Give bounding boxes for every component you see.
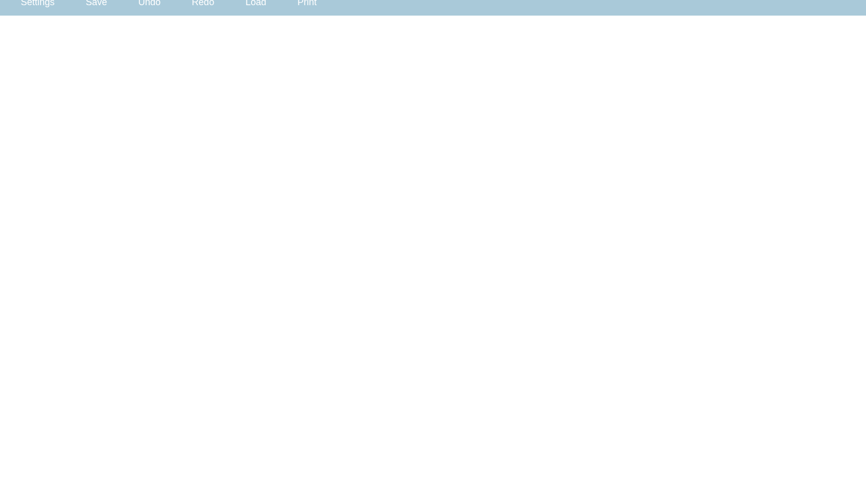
menu-undo[interactable]: Undo — [138, 0, 161, 8]
menu-save[interactable]: Save — [86, 0, 107, 8]
menu-settings[interactable]: Settings — [21, 0, 55, 8]
top-menu-bar: Settings Save Undo Redo Load Print — [0, 0, 866, 16]
menu-print[interactable]: Print — [297, 0, 317, 8]
menu-redo[interactable]: Redo — [192, 0, 214, 8]
menu-load[interactable]: Load — [245, 0, 266, 8]
